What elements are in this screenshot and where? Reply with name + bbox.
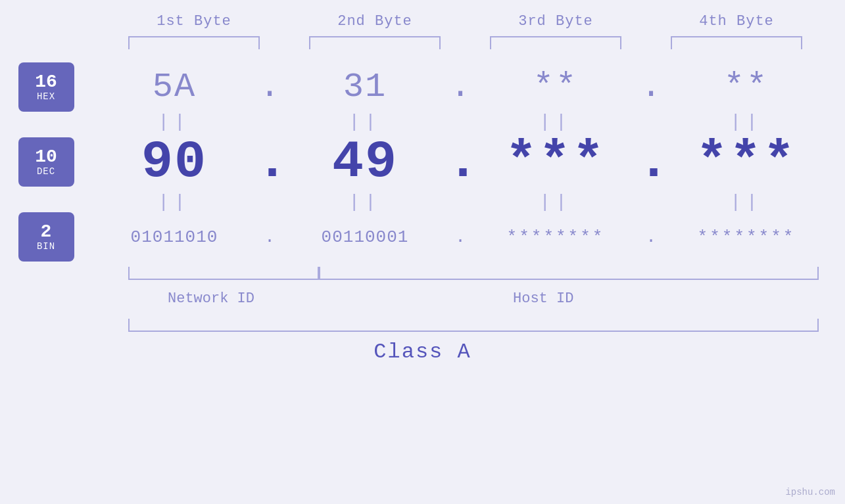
eq1-cell4: || [664,112,829,132]
eq1-cell2: || [283,112,447,132]
bin-byte2: 00110001 [283,227,447,247]
hex-byte4-value: ** [724,68,769,106]
hex-byte3: ** [473,68,638,106]
eq1-cell1: || [92,112,256,132]
eq1-cell3: || [473,112,638,132]
host-id-bracket [319,267,819,280]
dec-byte3: *** [473,132,638,192]
bin-dot3: . [638,227,664,247]
bin-base-label: BIN [37,241,55,252]
eq2-cell3: || [473,192,638,212]
dec-byte3-value: *** [505,132,606,192]
equals-row-2: || || || || [0,192,845,212]
dec-byte2: 49 [283,132,447,192]
bin-byte1-value: 01011010 [131,227,218,247]
hex-byte1-value: 5A [153,68,196,106]
bin-row-group: 2 BIN 01011010 . 00110001 . ******** . [0,212,845,262]
bin-byte1: 01011010 [92,227,256,247]
byte2-top-bracket [309,36,441,49]
hex-dot1: . [256,68,283,106]
hex-dot3: . [638,68,664,106]
hex-byte3-value: ** [533,68,578,106]
hex-row-group: 16 HEX 5A . 31 . ** . ** [0,62,845,112]
equals-row-1: || || || || [0,112,845,132]
hex-byte2: 31 [283,68,447,106]
dec-byte4: *** [664,132,829,192]
host-id-label: Host ID [513,290,573,307]
byte1-top-bracket [128,36,260,49]
hex-base-number: 16 [35,73,57,91]
dec-byte4-value: *** [696,132,796,192]
hex-badge: 16 HEX [18,62,74,112]
byte-headers: 1st Byte 2nd Byte 3rd Byte 4th Byte [104,13,827,30]
class-bracket [128,319,819,332]
hex-badge-col: 16 HEX [0,62,92,112]
bottom-bracket-area [0,267,845,286]
bin-base-number: 2 [41,223,52,241]
byte2-header: 2nd Byte [302,13,447,30]
class-label: Class A [374,340,471,364]
dec-dot3: . [638,132,664,192]
bin-byte3: ******** [473,227,638,247]
byte4-header: 4th Byte [664,13,809,30]
byte3-header: 3rd Byte [483,13,628,30]
dec-row-group: 10 DEC 90 . 49 . *** . *** [0,132,845,192]
hex-byte1: 5A [92,68,256,106]
dec-byte1-value: 90 [141,132,207,192]
bin-byte3-value: ******** [507,227,605,247]
top-brackets [104,36,827,49]
dec-badge-col: 10 DEC [0,137,92,187]
class-label-area: Class A [0,340,845,364]
dec-values: 90 . 49 . *** . *** [92,132,845,192]
eq2-cell2: || [283,192,447,212]
bin-dot1: . [256,227,283,247]
bin-badge-col: 2 BIN [0,212,92,262]
bin-byte2-value: 00110001 [322,227,409,247]
dec-dot1: . [256,132,283,192]
dec-base-label: DEC [37,166,55,177]
class-bracket-area [0,319,845,332]
hex-base-label: HEX [37,91,55,102]
network-host-labels: Network ID Host ID [0,290,845,313]
byte3-top-bracket [490,36,621,49]
bin-byte4-value: ******** [698,227,796,247]
dec-byte2-value: 49 [332,132,398,192]
watermark: ipshu.com [785,487,835,497]
main-container: 1st Byte 2nd Byte 3rd Byte 4th Byte 16 H… [0,0,845,504]
eq2-cell1: || [92,192,256,212]
dec-badge: 10 DEC [18,137,74,187]
dec-byte1: 90 [92,132,256,192]
hex-byte4: ** [664,68,829,106]
bin-badge: 2 BIN [18,212,74,262]
bin-values: 01011010 . 00110001 . ******** . *******… [92,227,845,247]
byte1-header: 1st Byte [122,13,266,30]
dec-dot2: . [447,132,473,192]
bin-dot2: . [447,227,473,247]
hex-values: 5A . 31 . ** . ** [92,68,845,106]
hex-byte2-value: 31 [343,68,387,106]
dec-base-number: 10 [35,148,57,166]
eq2-cell4: || [664,192,829,212]
hex-dot2: . [447,68,473,106]
byte4-top-bracket [671,36,802,49]
network-id-bracket [128,267,319,280]
network-id-label: Network ID [168,290,254,307]
bin-byte4: ******** [664,227,829,247]
